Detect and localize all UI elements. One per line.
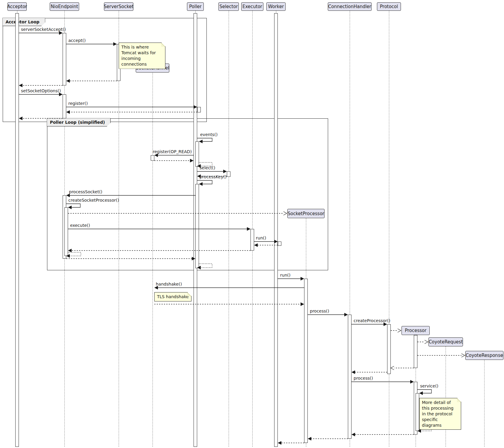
return-process-processor (351, 433, 414, 436)
activation-worker-run (278, 242, 281, 246)
note-fold-icon (187, 292, 191, 296)
note-tomcat-waits-text: This is where Tomcat waits for incoming … (121, 45, 156, 67)
participant-socketprocessor: SocketProcessor (287, 209, 325, 218)
label-register: register() (68, 101, 88, 106)
label-setsocketoptions: setSocketOptions() (21, 88, 61, 93)
label-serversocketaccept: serverSocketAccept() (21, 27, 66, 32)
note-tomcat-waits: This is where Tomcat waits for incoming … (119, 43, 165, 69)
return-process-connectionhandler (308, 437, 348, 441)
label-run-socketprocessor: run() (280, 273, 290, 277)
activation-poller-processkey (195, 184, 199, 268)
activation-socketchannel-1 (151, 155, 154, 161)
lifeline-coyoterequest (446, 346, 446, 447)
label-events: events() (200, 132, 218, 137)
participant-protocol: Protocol (377, 2, 401, 11)
activation-poller-events (195, 141, 199, 167)
label-createsocketprocessor: createSocketProcessor() (68, 198, 119, 203)
activation-poller-register (197, 107, 201, 112)
participant-worker: Worker (266, 2, 286, 11)
label-process-processor: process() (354, 376, 373, 381)
activation-worker-main (274, 13, 278, 447)
create-coyoterequest (417, 340, 428, 344)
label-handshake: handshake() (156, 282, 182, 286)
return-run-socketprocessor (278, 441, 304, 445)
participant-processor: Processor (402, 326, 430, 335)
activation-executor (251, 229, 254, 251)
arrow-service-self (417, 390, 431, 395)
lifeline-coyoteresponse (484, 360, 485, 447)
frame-acceptor-loop-title: Acceptor Loop (2, 18, 45, 26)
note-tls-handshake-text: TLS handshake (157, 294, 189, 299)
participant-nioendpoint: NioEndpoint (50, 2, 79, 11)
label-processkey: processKey() (200, 174, 227, 179)
activation-socketprocessor (304, 279, 308, 443)
return-createprocessor (351, 370, 387, 374)
label-register-opread: register(OP_READ) (144, 149, 192, 154)
label-accept: accept() (68, 38, 86, 43)
sequence-diagram: Acceptor Loop Poller Loop (simplified) (0, 0, 504, 448)
activation-nioendpoint-1 (63, 33, 66, 85)
create-coyoteresponse (417, 354, 465, 357)
activation-acceptor-main (15, 13, 19, 447)
activation-selector (227, 171, 230, 177)
participant-coyoteresponse: CoyoteResponse (465, 351, 503, 360)
participant-connectionhandler: ConnectionHandler (328, 2, 372, 11)
participant-acceptor: Acceptor (7, 2, 27, 11)
participant-executor: Executor (241, 2, 263, 11)
participant-poller: Poller (187, 2, 204, 11)
activation-processor-service (416, 393, 419, 431)
participant-coyoterequest: CoyoteRequest (428, 337, 463, 346)
participant-serversocket: ServerSocket (104, 2, 133, 11)
participant-selector: Selector (218, 2, 239, 11)
return-handshake (154, 302, 304, 306)
frame-poller-loop: Poller Loop (simplified) (47, 118, 328, 270)
label-run-worker: run() (256, 236, 266, 240)
note-tls-handshake: TLS handshake (154, 292, 191, 301)
create-processor (391, 329, 401, 332)
label-select: select() (200, 165, 215, 170)
activation-protocol (387, 324, 391, 374)
label-execute: execute() (70, 223, 90, 228)
activation-processor-1 (414, 335, 417, 368)
note-more-detail-text: More detail of this processing in the pr… (422, 400, 453, 428)
activation-connectionhandler (348, 315, 351, 439)
label-createprocessor: createProcessor() (354, 318, 390, 323)
activation-nioendpoint-3-nested (64, 207, 68, 256)
label-processsocket: processSocket() (69, 189, 102, 194)
activation-nioendpoint-2 (63, 94, 66, 118)
label-service: service() (420, 384, 438, 388)
lifeline-protocol (389, 11, 389, 447)
return-processor-creation (391, 366, 414, 370)
frame-acceptor-loop: Acceptor Loop (3, 18, 207, 122)
note-fold-icon (457, 398, 461, 402)
label-process-connectionhandler: process() (310, 309, 329, 313)
note-more-detail: More detail of this processing in the pr… (419, 398, 461, 430)
frame-poller-loop-title: Poller Loop (simplified) (47, 118, 111, 126)
